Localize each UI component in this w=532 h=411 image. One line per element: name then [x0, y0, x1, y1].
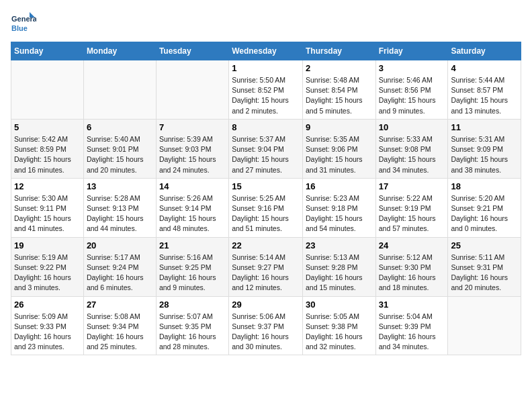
day-number: 5: [14, 122, 81, 132]
day-number: 6: [87, 122, 153, 132]
day-info: Sunrise: 5:23 AM Sunset: 9:18 PM Dayligh…: [306, 193, 373, 234]
day-number: 14: [159, 181, 226, 191]
calendar-cell: 21Sunrise: 5:16 AM Sunset: 9:25 PM Dayli…: [156, 237, 228, 296]
calendar-cell: 30Sunrise: 5:05 AM Sunset: 9:38 PM Dayli…: [302, 296, 375, 355]
calendar-cell: 19Sunrise: 5:19 AM Sunset: 9:22 PM Dayli…: [11, 237, 84, 296]
calendar-cell: 22Sunrise: 5:14 AM Sunset: 9:27 PM Dayli…: [229, 237, 303, 296]
day-info: Sunrise: 5:04 AM Sunset: 9:39 PM Dayligh…: [379, 312, 445, 353]
weekday-header-sunday: Sunday: [11, 42, 84, 60]
calendar-cell: [156, 60, 228, 120]
calendar-cell: [83, 60, 156, 120]
day-number: 28: [159, 300, 226, 310]
calendar-cell: 2Sunrise: 5:48 AM Sunset: 8:54 PM Daylig…: [302, 60, 375, 120]
day-number: 4: [451, 63, 518, 73]
day-number: 22: [232, 240, 300, 250]
calendar-week-row: 19Sunrise: 5:19 AM Sunset: 9:22 PM Dayli…: [11, 237, 521, 296]
day-info: Sunrise: 5:48 AM Sunset: 8:54 PM Dayligh…: [306, 75, 373, 116]
day-number: 16: [306, 181, 373, 191]
day-info: Sunrise: 5:19 AM Sunset: 9:22 PM Dayligh…: [14, 253, 81, 293]
day-number: 27: [87, 300, 153, 310]
day-info: Sunrise: 5:09 AM Sunset: 9:33 PM Dayligh…: [14, 312, 81, 353]
calendar-week-row: 5Sunrise: 5:42 AM Sunset: 8:59 PM Daylig…: [11, 119, 521, 178]
day-number: 24: [379, 240, 445, 250]
calendar-cell: 18Sunrise: 5:20 AM Sunset: 9:21 PM Dayli…: [448, 178, 521, 237]
calendar-cell: 7Sunrise: 5:39 AM Sunset: 9:03 PM Daylig…: [156, 119, 228, 178]
calendar-cell: 4Sunrise: 5:44 AM Sunset: 8:57 PM Daylig…: [448, 60, 521, 120]
calendar-week-row: 26Sunrise: 5:09 AM Sunset: 9:33 PM Dayli…: [11, 296, 521, 355]
calendar-cell: 15Sunrise: 5:25 AM Sunset: 9:16 PM Dayli…: [229, 178, 303, 237]
day-info: Sunrise: 5:22 AM Sunset: 9:19 PM Dayligh…: [379, 193, 445, 234]
day-number: 17: [379, 181, 445, 191]
day-info: Sunrise: 5:30 AM Sunset: 9:11 PM Dayligh…: [14, 193, 81, 234]
day-info: Sunrise: 5:12 AM Sunset: 9:30 PM Dayligh…: [379, 253, 445, 293]
day-number: 31: [379, 300, 445, 310]
calendar-cell: 6Sunrise: 5:40 AM Sunset: 9:01 PM Daylig…: [83, 119, 156, 178]
day-number: 9: [306, 122, 373, 132]
calendar-cell: 25Sunrise: 5:11 AM Sunset: 9:31 PM Dayli…: [448, 237, 521, 296]
day-number: 23: [306, 240, 373, 250]
day-info: Sunrise: 5:39 AM Sunset: 9:03 PM Dayligh…: [159, 134, 226, 175]
calendar-cell: 27Sunrise: 5:08 AM Sunset: 9:34 PM Dayli…: [83, 296, 156, 355]
weekday-header-wednesday: Wednesday: [229, 42, 303, 60]
calendar-cell: 9Sunrise: 5:35 AM Sunset: 9:06 PM Daylig…: [302, 119, 375, 178]
calendar-cell: 3Sunrise: 5:46 AM Sunset: 8:56 PM Daylig…: [375, 60, 448, 120]
weekday-header-friday: Friday: [375, 42, 448, 60]
weekday-header-thursday: Thursday: [302, 42, 375, 60]
day-info: Sunrise: 5:50 AM Sunset: 8:52 PM Dayligh…: [232, 75, 300, 116]
day-info: Sunrise: 5:26 AM Sunset: 9:14 PM Dayligh…: [159, 193, 226, 234]
day-number: 15: [232, 181, 300, 191]
day-info: Sunrise: 5:16 AM Sunset: 9:25 PM Dayligh…: [159, 253, 226, 293]
logo-svg-icon: General Blue: [11, 11, 36, 36]
weekday-header-monday: Monday: [83, 42, 156, 60]
calendar-cell: [11, 60, 84, 120]
weekday-header-tuesday: Tuesday: [156, 42, 228, 60]
calendar-week-row: 1Sunrise: 5:50 AM Sunset: 8:52 PM Daylig…: [11, 60, 521, 120]
day-info: Sunrise: 5:05 AM Sunset: 9:38 PM Dayligh…: [306, 312, 373, 353]
day-info: Sunrise: 5:13 AM Sunset: 9:28 PM Dayligh…: [306, 253, 373, 293]
day-info: Sunrise: 5:17 AM Sunset: 9:24 PM Dayligh…: [87, 253, 153, 293]
day-number: 25: [451, 240, 518, 250]
day-number: 29: [232, 300, 300, 310]
weekday-header-saturday: Saturday: [448, 42, 521, 60]
day-info: Sunrise: 5:46 AM Sunset: 8:56 PM Dayligh…: [379, 75, 445, 116]
calendar-cell: 29Sunrise: 5:06 AM Sunset: 9:37 PM Dayli…: [229, 296, 303, 355]
day-info: Sunrise: 5:40 AM Sunset: 9:01 PM Dayligh…: [87, 134, 153, 175]
day-number: 21: [159, 240, 226, 250]
calendar-cell: 11Sunrise: 5:31 AM Sunset: 9:09 PM Dayli…: [448, 119, 521, 178]
day-info: Sunrise: 5:11 AM Sunset: 9:31 PM Dayligh…: [451, 253, 518, 293]
day-number: 20: [87, 240, 153, 250]
day-number: 30: [306, 300, 373, 310]
day-info: Sunrise: 5:33 AM Sunset: 9:08 PM Dayligh…: [379, 134, 445, 175]
header: General Blue: [11, 11, 521, 36]
calendar-cell: 31Sunrise: 5:04 AM Sunset: 9:39 PM Dayli…: [375, 296, 448, 355]
calendar-cell: 8Sunrise: 5:37 AM Sunset: 9:04 PM Daylig…: [229, 119, 303, 178]
calendar-cell: 28Sunrise: 5:07 AM Sunset: 9:35 PM Dayli…: [156, 296, 228, 355]
day-info: Sunrise: 5:25 AM Sunset: 9:16 PM Dayligh…: [232, 193, 300, 234]
calendar-cell: 10Sunrise: 5:33 AM Sunset: 9:08 PM Dayli…: [375, 119, 448, 178]
day-number: 7: [159, 122, 226, 132]
day-info: Sunrise: 5:31 AM Sunset: 9:09 PM Dayligh…: [451, 134, 518, 175]
weekday-header-row: SundayMondayTuesdayWednesdayThursdayFrid…: [11, 42, 521, 60]
day-number: 11: [451, 122, 518, 132]
day-number: 8: [232, 122, 300, 132]
logo: General Blue: [11, 11, 36, 36]
day-number: 3: [379, 63, 445, 73]
calendar-cell: 24Sunrise: 5:12 AM Sunset: 9:30 PM Dayli…: [375, 237, 448, 296]
calendar-cell: [448, 296, 521, 355]
day-number: 2: [306, 63, 373, 73]
calendar-cell: 17Sunrise: 5:22 AM Sunset: 9:19 PM Dayli…: [375, 178, 448, 237]
day-info: Sunrise: 5:37 AM Sunset: 9:04 PM Dayligh…: [232, 134, 300, 175]
svg-text:Blue: Blue: [11, 24, 28, 32]
day-info: Sunrise: 5:08 AM Sunset: 9:34 PM Dayligh…: [87, 312, 153, 353]
calendar-cell: 14Sunrise: 5:26 AM Sunset: 9:14 PM Dayli…: [156, 178, 228, 237]
day-info: Sunrise: 5:20 AM Sunset: 9:21 PM Dayligh…: [451, 193, 518, 234]
day-info: Sunrise: 5:14 AM Sunset: 9:27 PM Dayligh…: [232, 253, 300, 293]
day-info: Sunrise: 5:35 AM Sunset: 9:06 PM Dayligh…: [306, 134, 373, 175]
day-info: Sunrise: 5:42 AM Sunset: 8:59 PM Dayligh…: [14, 134, 81, 175]
day-info: Sunrise: 5:07 AM Sunset: 9:35 PM Dayligh…: [159, 312, 226, 353]
day-number: 10: [379, 122, 445, 132]
calendar-table: SundayMondayTuesdayWednesdayThursdayFrid…: [11, 42, 521, 355]
calendar-cell: 5Sunrise: 5:42 AM Sunset: 8:59 PM Daylig…: [11, 119, 84, 178]
day-info: Sunrise: 5:44 AM Sunset: 8:57 PM Dayligh…: [451, 75, 518, 116]
day-number: 26: [14, 300, 81, 310]
